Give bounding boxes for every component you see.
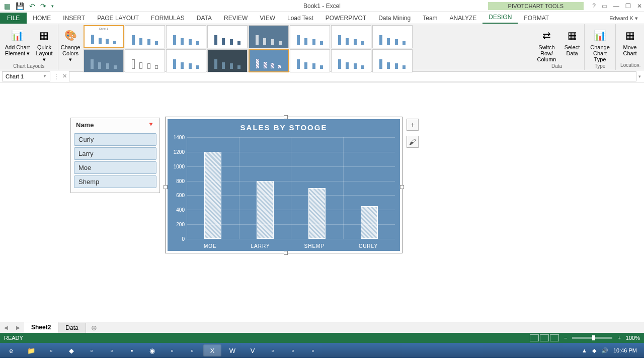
bar-curly[interactable] <box>361 206 378 239</box>
tab-file[interactable]: FILE <box>0 13 27 24</box>
plot-area[interactable] <box>187 137 395 239</box>
chart-style-15[interactable] <box>331 49 371 72</box>
chart-style-9[interactable] <box>84 49 124 72</box>
chart-style-16[interactable] <box>372 49 413 72</box>
taskbar-ie-icon[interactable]: e <box>2 344 20 356</box>
chart-styles-button[interactable]: 🖌 <box>407 136 419 148</box>
change-chart-type-button[interactable]: 📊 Change Chart Type <box>588 26 612 63</box>
chart-style-3[interactable] <box>166 25 206 48</box>
chart-style-10[interactable] <box>125 49 165 72</box>
page-break-view-button[interactable] <box>550 334 559 341</box>
chart-style-6[interactable] <box>290 25 330 48</box>
switch-row-column-button[interactable]: ⇄ Switch Row/ Column <box>532 26 561 63</box>
chart-style-8[interactable] <box>372 25 413 48</box>
close-icon[interactable]: ✕ <box>637 3 642 10</box>
slicer-item-moe[interactable]: Moe <box>74 161 156 174</box>
tab-insert[interactable]: INSERT <box>57 13 91 24</box>
minimize-icon[interactable]: — <box>613 3 619 10</box>
sheet-nav-prev[interactable]: ◀ <box>0 325 12 330</box>
tray-show-hidden-icon[interactable]: ▲ <box>582 347 587 353</box>
slicer-item-curly[interactable]: Curly <box>74 133 156 146</box>
tab-load-test[interactable]: Load Test <box>281 13 319 24</box>
taskbar-app-icon[interactable]: ▫ <box>42 344 60 356</box>
taskbar-app-icon[interactable]: ▫ <box>304 344 322 356</box>
chart-style-11[interactable] <box>166 49 206 72</box>
change-colors-button[interactable]: 🎨 Change Colors ▾ <box>60 26 82 63</box>
qat-customize-icon[interactable]: ▾ <box>51 4 54 9</box>
taskbar-app-icon[interactable]: ▫ <box>83 344 101 356</box>
clear-filter-icon[interactable]: 🔻 <box>147 121 154 129</box>
expand-formula-bar-icon[interactable]: ▾ <box>638 74 641 79</box>
account-name[interactable]: Edward K ▾ <box>603 13 644 24</box>
tab-review[interactable]: REVIEW <box>218 13 254 24</box>
taskbar-app-icon[interactable]: ◆ <box>62 344 80 356</box>
tab-page-layout[interactable]: PAGE LAYOUT <box>91 13 145 24</box>
slicer-item-shemp[interactable]: Shemp <box>74 175 156 188</box>
tab-design[interactable]: DESIGN <box>482 12 518 24</box>
page-layout-view-button[interactable] <box>540 334 549 341</box>
chart-style-14[interactable] <box>290 49 330 72</box>
chart-style-5[interactable] <box>249 25 289 48</box>
chart-title[interactable]: SALES BY STOOGE <box>168 119 400 134</box>
taskbar-cmd-icon[interactable]: ▪ <box>123 344 141 356</box>
zoom-out-button[interactable]: − <box>564 335 567 341</box>
tab-data-mining[interactable]: Data Mining <box>372 13 417 24</box>
tab-powerpivot[interactable]: POWERPIVOT <box>319 13 372 24</box>
taskbar-app-icon[interactable]: ▫ <box>103 344 121 356</box>
sheet-tab-data[interactable]: Data <box>58 323 86 333</box>
restore-icon[interactable]: ❐ <box>625 3 631 10</box>
save-icon[interactable]: 💾 <box>16 2 24 10</box>
redo-icon[interactable]: ↷ <box>40 2 46 10</box>
zoom-in-button[interactable]: + <box>617 335 620 341</box>
pivot-chart[interactable]: SALES BY STOOGE 020040060080010001200140… <box>165 117 403 253</box>
cancel-formula-icon[interactable]: ✕ <box>62 73 67 79</box>
y-tick-label: 200 <box>176 222 185 227</box>
tab-data[interactable]: DATA <box>191 13 218 24</box>
formula-bar[interactable] <box>69 71 636 81</box>
ribbon-display-icon[interactable]: ▭ <box>602 3 607 10</box>
add-chart-element-button[interactable]: 📊 Add Chart Element ▾ <box>3 26 32 63</box>
taskbar-app-icon[interactable]: ▫ <box>183 344 201 356</box>
name-box[interactable]: Chart 1 ▼ <box>2 71 50 81</box>
zoom-level[interactable]: 100% <box>626 335 640 341</box>
taskbar-app-icon[interactable]: ▫ <box>264 344 282 356</box>
tab-formulas[interactable]: FORMULAS <box>145 13 191 24</box>
sheet-nav-next[interactable]: ▶ <box>12 325 24 330</box>
add-sheet-button[interactable]: ⊕ <box>86 324 102 332</box>
chart-style-4[interactable] <box>207 25 248 48</box>
chart-style-7[interactable] <box>331 25 371 48</box>
taskbar-app-icon[interactable]: ▫ <box>284 344 302 356</box>
tab-format[interactable]: FORMAT <box>518 13 555 24</box>
taskbar-visio-icon[interactable]: V <box>244 344 262 356</box>
name-box-dropdown-icon[interactable]: ▼ <box>43 74 47 78</box>
tray-volume-icon[interactable]: 🔊 <box>601 347 608 354</box>
tab-view[interactable]: VIEW <box>254 13 281 24</box>
sheet-tab-sheet2[interactable]: Sheet2 <box>24 322 58 333</box>
select-data-button[interactable]: ▦ Select Data <box>563 26 581 63</box>
zoom-slider[interactable] <box>572 337 612 339</box>
chart-style-12[interactable] <box>207 49 248 72</box>
taskbar-explorer-icon[interactable]: 📁 <box>22 344 40 356</box>
undo-icon[interactable]: ↶ <box>29 2 35 10</box>
tab-team[interactable]: Team <box>417 13 443 24</box>
tray-antivirus-icon[interactable]: ◆ <box>592 347 596 354</box>
normal-view-button[interactable] <box>530 334 539 341</box>
collapse-ribbon-icon[interactable]: ︿ <box>636 62 641 69</box>
move-chart-button[interactable]: ▦ Move Chart <box>619 26 641 57</box>
worksheet-area[interactable]: Name 🔻 Curly Larry Moe Shemp SALES BY ST… <box>0 82 644 322</box>
slicer-item-larry[interactable]: Larry <box>74 147 156 160</box>
chart-elements-button[interactable]: + <box>407 119 419 131</box>
tab-home[interactable]: HOME <box>27 13 57 24</box>
help-icon[interactable]: ? <box>592 3 596 10</box>
slicer-name[interactable]: Name 🔻 Curly Larry Moe Shemp <box>70 118 160 193</box>
tab-analyze[interactable]: ANALYZE <box>444 13 483 24</box>
taskbar-app-icon[interactable]: ▫ <box>163 344 181 356</box>
chart-style-2[interactable] <box>125 25 165 48</box>
chart-style-13[interactable] <box>249 49 289 72</box>
taskbar-chrome-icon[interactable]: ◉ <box>143 344 161 356</box>
chart-style-1[interactable]: Style 1 <box>84 25 124 48</box>
tray-clock[interactable]: 10:46 PM <box>613 347 637 353</box>
taskbar-word-icon[interactable]: W <box>223 344 242 356</box>
quick-layout-button[interactable]: ▦ Quick Layout ▾ <box>34 26 55 63</box>
taskbar-excel-icon[interactable]: X <box>203 344 221 356</box>
